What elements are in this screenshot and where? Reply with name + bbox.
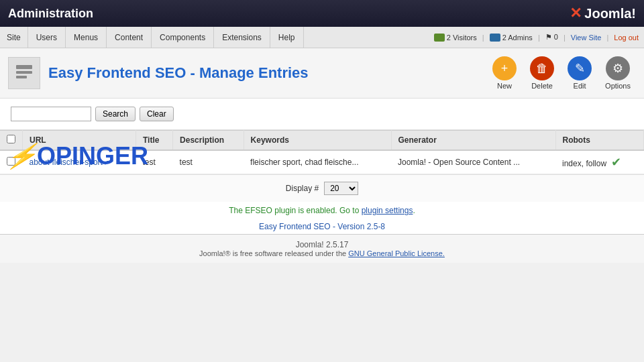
admins-stat: 2 Admins xyxy=(490,34,533,42)
nav-item-site[interactable]: Site xyxy=(0,27,28,48)
display-select[interactable]: 20 50 100 xyxy=(324,182,358,195)
svg-rect-1 xyxy=(16,71,32,74)
admins-icon xyxy=(490,34,500,42)
page-title: Easy Frontend SEO - Manage Entries xyxy=(48,64,309,82)
log-out-button[interactable]: Log out xyxy=(614,34,639,42)
plugin-notice: The EFSEO plugin is enabled. Go to plugi… xyxy=(0,202,644,219)
new-label: New xyxy=(497,82,512,90)
search-input[interactable] xyxy=(11,107,91,121)
edit-button[interactable]: ✎ Edit xyxy=(562,54,597,93)
page-title-area: Easy Frontend SEO - Manage Entries xyxy=(8,57,309,89)
col-robots: Robots xyxy=(555,131,643,151)
row-generator: Joomla! - Open Source Content ... xyxy=(391,150,555,174)
footer-license-text: Joomla!® is free software released under… xyxy=(199,249,346,257)
page-icon xyxy=(8,57,40,89)
display-label: Display # xyxy=(286,184,319,193)
row-robots: index, follow ✔ xyxy=(555,150,643,174)
search-button[interactable]: Search xyxy=(95,107,136,121)
plugin-settings-link[interactable]: plugin settings xyxy=(362,206,413,215)
dopinger-slash-icon: ⚡ xyxy=(4,142,39,170)
nav-item-components[interactable]: Components xyxy=(152,27,214,48)
version-info: Easy Frontend SEO - Version 2.5-8 xyxy=(0,219,644,234)
plugin-notice-text: The EFSEO plugin is enabled. Go to plugi… xyxy=(229,206,415,215)
new-button[interactable]: + New xyxy=(487,54,522,93)
nav-bar: Site Users Menus Content Components Exte… xyxy=(0,27,644,48)
toolbar: + New 🗑 Delete ✎ Edit ⚙ Options xyxy=(487,54,636,93)
delete-icon: 🗑 xyxy=(530,56,554,80)
col-keywords: Keywords xyxy=(244,131,391,151)
new-icon: + xyxy=(492,56,517,80)
admin-title: Administration xyxy=(8,7,93,21)
footer-license-link[interactable]: GNU General Public License. xyxy=(348,249,445,257)
nav-item-help[interactable]: Help xyxy=(270,27,304,48)
row-keywords: fleischer sport, chad fleische... xyxy=(244,150,391,174)
clear-button[interactable]: Clear xyxy=(140,107,174,121)
delete-label: Delete xyxy=(531,82,553,90)
dopinger-text: OPINGER xyxy=(37,142,148,170)
search-bar: Search Clear xyxy=(0,99,644,130)
visitors-icon xyxy=(434,34,445,42)
joomla-logo-text: Joomla! xyxy=(584,6,636,21)
nav-item-menus[interactable]: Menus xyxy=(66,27,107,48)
main-content: Search Clear URL Title Description Keywo… xyxy=(0,99,644,234)
col-description: Description xyxy=(173,131,244,151)
view-site-link[interactable]: View Site xyxy=(571,34,602,42)
visitors-stat: 2 Visitors xyxy=(434,34,477,42)
table-footer: Display # 20 50 100 xyxy=(0,174,644,202)
footer-license: Joomla!® is free software released under… xyxy=(5,249,639,257)
admins-count: 2 Admins xyxy=(502,34,533,42)
nav-item-extensions[interactable]: Extensions xyxy=(214,27,270,48)
options-icon: ⚙ xyxy=(606,56,630,80)
admin-bar: Administration ✕ Joomla! xyxy=(0,0,644,27)
robots-text: index, follow xyxy=(562,159,606,168)
joomla-logo: ✕ Joomla! xyxy=(570,5,636,22)
options-label: Options xyxy=(605,82,631,90)
nav-item-users[interactable]: Users xyxy=(28,27,66,48)
joomla-x-icon: ✕ xyxy=(570,5,582,22)
row-description: test xyxy=(173,150,244,174)
version-link[interactable]: Easy Frontend SEO - Version 2.5-8 xyxy=(259,222,385,231)
edit-label: Edit xyxy=(574,82,586,90)
nav-item-content[interactable]: Content xyxy=(107,27,152,48)
active-check-icon: ✔ xyxy=(611,156,621,169)
joomla-footer: Joomla! 2.5.17 Joomla!® is free software… xyxy=(0,234,644,263)
delete-button[interactable]: 🗑 Delete xyxy=(525,54,559,93)
svg-rect-2 xyxy=(16,76,27,78)
svg-rect-0 xyxy=(16,65,32,69)
col-generator: Generator xyxy=(391,131,555,151)
visitors-count: 2 Visitors xyxy=(447,34,477,42)
page-header: Easy Frontend SEO - Manage Entries + New… xyxy=(0,48,644,99)
dopinger-watermark: ⚡ OPINGER xyxy=(7,142,148,170)
edit-icon: ✎ xyxy=(568,56,592,80)
options-button[interactable]: ⚙ Options xyxy=(600,54,636,93)
nav-right-stats: 2 Visitors | 2 Admins | ⚑ 0 | View Site … xyxy=(434,27,644,48)
footer-version: Joomla! 2.5.17 xyxy=(5,240,639,249)
nav-menu: Site Users Menus Content Components Exte… xyxy=(0,27,304,48)
